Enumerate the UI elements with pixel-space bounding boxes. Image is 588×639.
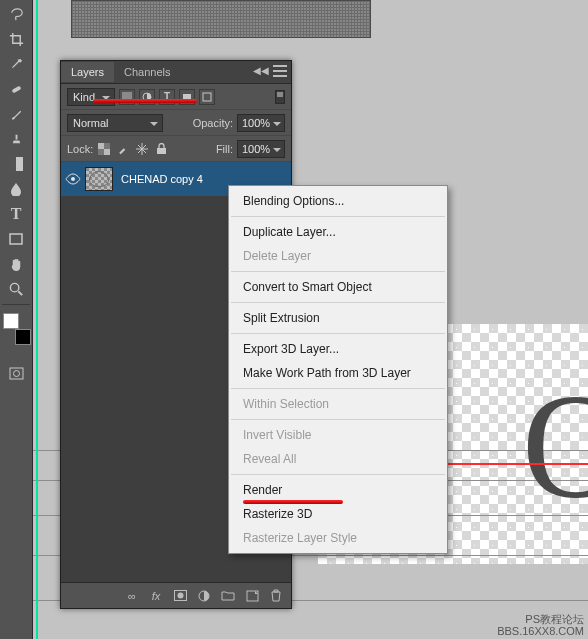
mask-icon[interactable] [173, 589, 187, 603]
menu-separator [231, 302, 445, 303]
menu-item-blending-options[interactable]: Blending Options... [229, 189, 447, 213]
svg-rect-2 [9, 157, 16, 171]
menu-item-export-3d-layer[interactable]: Export 3D Layer... [229, 337, 447, 361]
menu-separator [231, 333, 445, 334]
color-swatches[interactable] [3, 313, 29, 339]
canvas-letter: O [522, 360, 588, 532]
grid-strip [71, 0, 371, 38]
rectangle-tool[interactable] [2, 228, 30, 250]
blur-tool[interactable] [2, 178, 30, 200]
filter-smart-icon[interactable] [199, 89, 215, 105]
svg-rect-13 [98, 143, 104, 149]
lock-fill-row: Lock: Fill: 100% [61, 136, 291, 162]
lock-label: Lock: [67, 143, 93, 155]
zoom-tool[interactable] [2, 278, 30, 300]
quick-mask-toggle[interactable] [2, 362, 30, 384]
menu-item-delete-layer: Delete Layer [229, 244, 447, 268]
lasso-tool[interactable] [2, 3, 30, 25]
menu-item-rasterize-3d[interactable]: Rasterize 3D [229, 502, 447, 526]
blend-mode-select[interactable]: Normal [67, 114, 163, 132]
menu-separator [231, 474, 445, 475]
menu-item-convert-to-smart-object[interactable]: Convert to Smart Object [229, 275, 447, 299]
lock-transparent-icon[interactable] [97, 142, 111, 156]
eyedropper-tool[interactable] [2, 53, 30, 75]
heal-tool[interactable] [2, 78, 30, 100]
menu-item-rasterize-layer-style: Rasterize Layer Style [229, 526, 447, 550]
lock-position-icon[interactable] [135, 142, 149, 156]
svg-rect-0 [11, 85, 21, 93]
opacity-label: Opacity: [193, 117, 233, 129]
menu-separator [231, 216, 445, 217]
delete-layer-icon[interactable] [269, 589, 283, 603]
tab-layers[interactable]: Layers [61, 62, 114, 82]
visibility-toggle[interactable] [61, 173, 85, 185]
menu-item-split-extrusion[interactable]: Split Extrusion [229, 306, 447, 330]
panel-collapse-icon[interactable]: ◀◀ [253, 65, 269, 76]
menu-item-within-selection: Within Selection [229, 392, 447, 416]
tab-channels[interactable]: Channels [114, 62, 180, 82]
layer-thumbnail[interactable] [85, 167, 113, 191]
filter-toggle-switch[interactable] [275, 90, 285, 104]
svg-point-18 [177, 593, 183, 599]
svg-rect-6 [10, 368, 23, 379]
svg-rect-11 [203, 93, 211, 101]
layers-panel-footer: ∞ fx [61, 582, 291, 608]
layer-filter-row: Kind T [61, 84, 291, 110]
menu-item-invert-visible: Invert Visible [229, 423, 447, 447]
link-layers-icon[interactable]: ∞ [125, 589, 139, 603]
menu-item-reveal-all: Reveal All [229, 447, 447, 471]
adjustment-layer-icon[interactable] [197, 589, 211, 603]
lock-all-icon[interactable] [154, 142, 168, 156]
new-layer-icon[interactable] [245, 589, 259, 603]
fill-input[interactable]: 100% [237, 140, 285, 158]
watermark: PS教程论坛 BBS.16XX8.COM [497, 613, 584, 637]
svg-rect-14 [104, 149, 110, 155]
blend-opacity-row: Normal Opacity: 100% [61, 110, 291, 136]
menu-separator [231, 419, 445, 420]
svg-point-7 [13, 370, 19, 376]
clone-stamp-tool[interactable] [2, 128, 30, 150]
fx-icon[interactable]: fx [149, 589, 163, 603]
gradient-tool[interactable] [2, 153, 30, 175]
layer-context-menu: Blending Options...Duplicate Layer...Del… [228, 185, 448, 554]
menu-item-render[interactable]: Render [229, 478, 447, 502]
lock-pixels-icon[interactable] [116, 142, 130, 156]
menu-separator [231, 388, 445, 389]
type-tool[interactable]: T [2, 203, 30, 225]
menu-item-make-work-path-from-3d-layer[interactable]: Make Work Path from 3D Layer [229, 361, 447, 385]
svg-rect-15 [157, 148, 166, 154]
tool-strip: T [0, 0, 33, 639]
opacity-input[interactable]: 100% [237, 114, 285, 132]
menu-separator [231, 271, 445, 272]
svg-line-5 [18, 291, 22, 295]
fill-label: Fill: [216, 143, 233, 155]
annotation-underline-layer [93, 99, 197, 103]
hand-tool[interactable] [2, 253, 30, 275]
brush-tool[interactable] [2, 103, 30, 125]
group-icon[interactable] [221, 589, 235, 603]
svg-point-16 [71, 177, 75, 181]
panel-menu-icon[interactable] [273, 65, 287, 77]
vertical-guide[interactable] [36, 0, 38, 639]
svg-rect-3 [10, 234, 22, 244]
layer-name[interactable]: CHENAD copy 4 [121, 173, 291, 185]
crop-tool[interactable] [2, 28, 30, 50]
svg-point-4 [10, 283, 18, 291]
menu-item-duplicate-layer[interactable]: Duplicate Layer... [229, 220, 447, 244]
